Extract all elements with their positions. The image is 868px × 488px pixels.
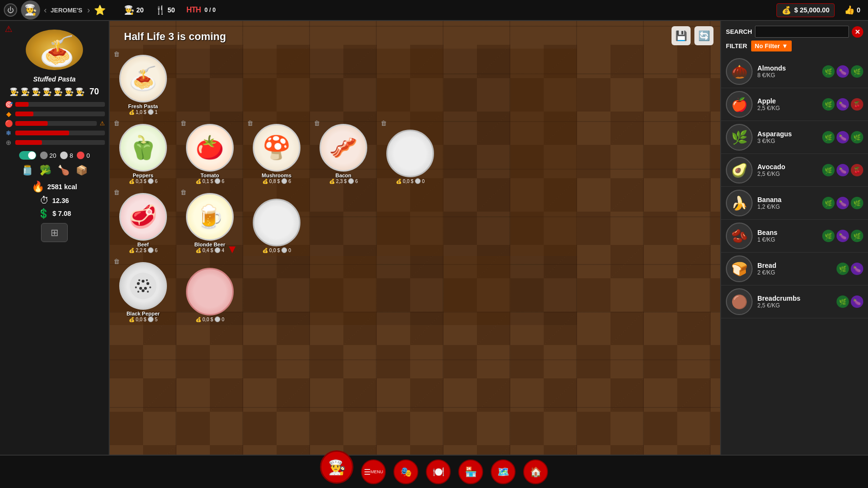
ingr-info-1: Apple 2,5 €/KG	[753, 97, 822, 112]
chef-icons: 👨‍🍳 👨‍🍳 👨‍🍳 👨‍🍳 👨‍🍳 👨‍🍳 👨‍🍳 70	[10, 87, 99, 97]
slot-black-pepper[interactable]: 🗑	[110, 256, 176, 325]
filter-dropdown[interactable]: No Filter ▼	[751, 41, 792, 51]
slot-beef[interactable]: 🗑 🥩 Beef 💰2,2 $ 6	[110, 187, 176, 256]
ingr-info-7: Breadcrumbs 2,5 €/KG	[753, 295, 837, 309]
ingredient-item-beans[interactable]: 🫘 Beans 1 €/KG 🌿🍆🌿	[721, 220, 868, 253]
ingr-icon-box[interactable]: 📦	[74, 163, 89, 178]
blank-circle-4-2	[186, 268, 234, 315]
tag-purple-1: 🍆	[837, 98, 849, 111]
ingr-tags-6: 🌿🍆	[837, 263, 863, 275]
money-value: $ 25,000.00	[794, 6, 829, 14]
slot-empty-1-7	[510, 49, 577, 118]
ingredient-item-asparagus[interactable]: 🌿 Asparagus 3 €/KG 🌿🍆🌿	[721, 121, 868, 154]
slot-mushrooms[interactable]: 🗑 🍄 Mushrooms 💰0,8 $ 6	[243, 118, 310, 187]
circle-val-1: 20	[50, 152, 56, 159]
del-fresh-pasta[interactable]: 🗑	[114, 51, 120, 58]
slot-fresh-pasta[interactable]: 🗑 🍝 Fresh Pasta 💰 1,0 $ 1	[110, 49, 176, 118]
slot-bacon[interactable]: 🗑 🥓 Bacon 💰2,3 $ 6	[310, 118, 377, 187]
grid-button[interactable]: ⊞	[41, 223, 68, 242]
forward-arrow[interactable]: ›	[87, 5, 90, 15]
slot-blank-4-2[interactable]: 💰0,0 $ 0	[176, 256, 243, 325]
ingr-info-4: Banana 1,2 €/KG	[753, 196, 822, 210]
del-blonde-beer[interactable]: 🗑	[180, 189, 186, 196]
search-clear-button[interactable]: ✕	[852, 26, 863, 38]
restaurant-name[interactable]: JEROME'S	[51, 7, 83, 14]
power-button[interactable]: ⏻	[4, 3, 17, 17]
stat-icon-1: 🎯	[4, 101, 13, 108]
toggle-switch[interactable]	[19, 151, 36, 160]
tag-veg-2: 🌿	[822, 131, 835, 143]
bowl-button[interactable]: 🍽️	[426, 459, 451, 484]
slot-empty-1-2	[176, 49, 243, 118]
ingredient-item-avocado[interactable]: 🥑 Avocado 2,5 €/KG 🌿🍆🍒	[721, 154, 868, 187]
stat-icon-3: 🔴	[4, 120, 13, 127]
face-button[interactable]: 🎭	[393, 459, 418, 484]
house-button[interactable]: 🏠	[523, 459, 548, 484]
bottom-bar: 👨‍🍳 ☰MENU 🎭 🍽️ 🏪 🗺️ 🏠	[0, 455, 868, 488]
slot-empty-4-7	[510, 256, 577, 325]
del-tomato[interactable]: 🗑	[180, 120, 186, 127]
favorite-star[interactable]: ⭐	[94, 4, 106, 16]
tag-veg2-5: 🌿	[851, 230, 863, 242]
search-bar: SEARCH ✕	[721, 21, 868, 41]
shop-button[interactable]: 🏪	[458, 459, 483, 484]
thumb-icon: 👍	[844, 5, 855, 15]
stat-icon-5: ⊕	[4, 139, 13, 146]
back-arrow[interactable]: ‹	[44, 5, 47, 15]
ingr-icon-broccoli[interactable]: 🥦	[38, 163, 53, 178]
del-bacon[interactable]: 🗑	[314, 120, 320, 127]
ingredient-item-bread[interactable]: 🍞 Bread 2 €/KG 🌿🍆	[721, 253, 868, 285]
stat-bar-fill-3	[15, 121, 48, 126]
blank-circle-2-5	[386, 130, 434, 177]
del-beef[interactable]: 🗑	[114, 189, 120, 196]
peppers-circle: 🫑	[119, 124, 167, 172]
center-panel: Half Life 3 is coming 💾 🔄 🗑 🍝 Fresh Past…	[110, 21, 720, 455]
ingr-icon-drumstick[interactable]: 🍗	[56, 163, 71, 178]
ingr-icon-bottle[interactable]: 🫙	[20, 163, 35, 178]
ingr-price-2: 3 €/KG	[757, 138, 822, 144]
slot-blank-2-5[interactable]: 🗑 💰0,0 $ 0	[377, 118, 444, 187]
chef-icon-1: 👨‍🍳	[10, 87, 19, 96]
slot-peppers[interactable]: 🗑 🫑 Peppers 💰0,3 $ 6	[110, 118, 176, 187]
tag-veg-1: 🌿	[822, 98, 835, 111]
main-chef-button[interactable]: 👨‍🍳	[320, 450, 353, 484]
slot-empty-3-6	[444, 187, 510, 256]
ingredient-item-banana[interactable]: 🍌 Banana 1,2 €/KG 🌿🍆🌿	[721, 187, 868, 220]
cost-icon: 💲	[38, 208, 50, 219]
ingredient-item-breadcrumbs[interactable]: 🟤 Breadcrumbs 2,5 €/KG 🌿🍆	[721, 285, 868, 318]
slot-empty-4-6	[444, 256, 510, 325]
ingr-thumb-6: 🍞	[726, 255, 753, 282]
mushrooms-price: 💰0,8 $ 6	[262, 178, 291, 184]
reset-button[interactable]: 🔄	[694, 26, 713, 45]
search-input[interactable]	[755, 26, 849, 38]
slot-tomato[interactable]: 🗑 🍅 Tomato 💰0,1 $ 6	[176, 118, 243, 187]
cost-row: 💲 $ 7.08	[38, 208, 71, 219]
slot-empty-4-4	[310, 256, 377, 325]
slot-blank-3-3[interactable]: 💰0,0 $ 0	[243, 187, 310, 256]
svg-point-8	[146, 279, 148, 281]
save-button[interactable]: 💾	[672, 26, 691, 45]
tag-veg-0: 🌿	[822, 65, 835, 78]
recipe-row-2: 🗑 🫑 Peppers 💰0,3 $ 6 🗑 🍅 Tomato 💰0,1 $	[110, 118, 720, 187]
fp-qty-circle	[148, 109, 154, 115]
ingr-price-6: 2 €/KG	[757, 269, 837, 276]
map-button[interactable]: 🗺️	[491, 459, 516, 484]
recipe-row-1: 🗑 🍝 Fresh Pasta 💰 1,0 $ 1	[110, 49, 720, 118]
del-mushrooms[interactable]: 🗑	[247, 120, 253, 127]
del-blank-2-5[interactable]: 🗑	[381, 120, 387, 127]
toggle-row: 20 8 0	[19, 151, 90, 160]
del-black-pepper[interactable]: 🗑	[114, 258, 120, 265]
beer-circle: 🍺	[186, 193, 234, 241]
ingredient-item-apple[interactable]: 🍎 Apple 2,5 €/KG 🌿🍆🍒	[721, 88, 868, 121]
slot-empty-3-7	[510, 187, 577, 256]
htx-value: 0 / 0	[205, 7, 216, 13]
ingredient-item-almonds[interactable]: 🌰 Almonds 8 €/KG 🌿🍆🌿	[721, 55, 868, 88]
tag-red-1: 🍒	[851, 98, 863, 111]
restaurant-nav: JEROME'S	[51, 7, 83, 14]
ingr-tags-2: 🌿🍆🌿	[822, 131, 863, 143]
menu-button[interactable]: ☰MENU	[361, 459, 386, 484]
bacon-circle: 🥓	[320, 124, 367, 172]
stat-bar-bg-2	[15, 112, 105, 116]
dish-name: Stuffed Pasta	[33, 75, 75, 83]
del-peppers[interactable]: 🗑	[114, 120, 120, 127]
